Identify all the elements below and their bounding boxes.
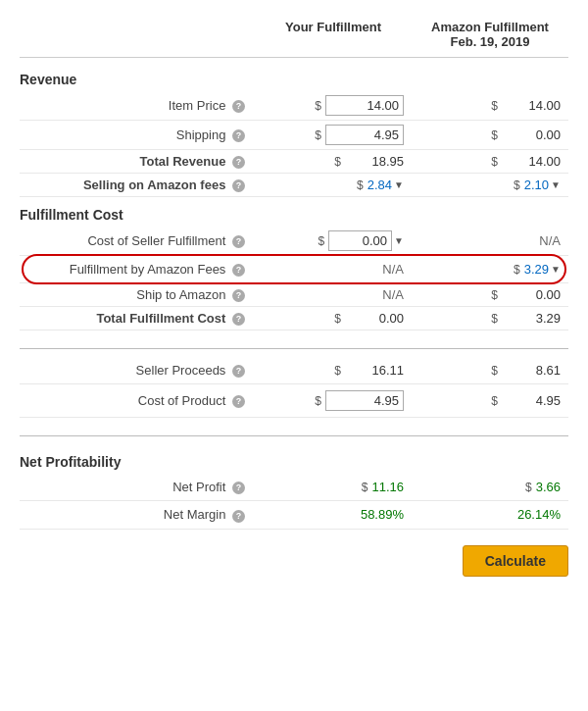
dollar-sign: $ xyxy=(334,312,341,326)
shipping-row: Shipping ? $ $ 0.00 xyxy=(20,121,568,150)
shipping-label: Shipping ? xyxy=(20,127,255,142)
dollar-sign: $ xyxy=(334,364,341,378)
dollar-sign: $ xyxy=(315,99,321,113)
seller-proceeds-label: Seller Proceeds ? xyxy=(20,363,255,378)
seller-proceeds-your-col: $ 16.11 xyxy=(255,363,412,378)
ship-to-amazon-help-icon[interactable]: ? xyxy=(232,289,245,302)
shipping-your-col: $ xyxy=(255,125,412,145)
total-fulfillment-cost-label: Total Fulfillment Cost ? xyxy=(20,311,255,326)
net-margin-your-value: 58.89% xyxy=(361,507,404,522)
cost-of-product-amazon-col: $ 4.95 xyxy=(412,393,568,408)
total-fulfillment-cost-your-col: $ 0.00 xyxy=(255,311,412,326)
cost-seller-fulfillment-label: Cost of Seller Fulfillment ? xyxy=(20,233,255,248)
total-fulfillment-cost-row: Total Fulfillment Cost ? $ 0.00 $ 3.29 xyxy=(20,307,568,330)
ship-to-amazon-amazon-col: $ 0.00 xyxy=(412,287,568,302)
net-profit-amazon-col: $ 3.66 xyxy=(412,480,568,494)
cost-seller-fulfillment-row: Cost of Seller Fulfillment ? $ ▼ N/A xyxy=(20,227,568,256)
cost-of-product-your-input[interactable] xyxy=(325,390,404,411)
footer-row: Calculate xyxy=(20,530,568,577)
cost-of-product-row: Cost of Product ? $ $ 4.95 xyxy=(20,384,568,418)
dollar-sign: $ xyxy=(491,364,498,378)
item-price-help-icon[interactable]: ? xyxy=(232,100,245,113)
cost-seller-fulfillment-your-col: $ ▼ xyxy=(255,230,412,251)
selling-fees-row: Selling on Amazon fees ? $ 2.84 ▼ $ 2.10… xyxy=(20,174,568,197)
fulfillment-cost-section-title: Fulfillment Cost xyxy=(20,197,568,227)
net-margin-amazon-col: 26.14% xyxy=(412,507,568,522)
selling-fees-your-value[interactable]: 2.84 xyxy=(368,178,392,192)
dollar-sign: $ xyxy=(514,178,520,192)
fulfillment-amazon-fees-your-na: N/A xyxy=(345,262,404,277)
seller-proceeds-your-value: 16.11 xyxy=(345,363,404,378)
total-fulfillment-cost-amazon-col: $ 3.29 xyxy=(412,311,568,326)
selling-fees-your-dropdown[interactable]: ▼ xyxy=(394,179,404,190)
fulfillment-amazon-fees-label: Fulfillment by Amazon Fees ? xyxy=(20,262,255,277)
dollar-sign: $ xyxy=(362,481,368,494)
cost-of-product-label: Cost of Product ? xyxy=(20,393,255,408)
net-profitability-section-title: Net Profitability xyxy=(20,444,568,474)
dollar-sign: $ xyxy=(525,481,532,494)
fulfillment-amazon-fees-help-icon[interactable]: ? xyxy=(232,264,245,277)
net-profit-row: Net Profit ? $ 11.16 $ 3.66 xyxy=(20,474,568,501)
total-revenue-amazon-value: 14.00 xyxy=(502,154,561,169)
ship-to-amazon-label: Ship to Amazon ? xyxy=(20,287,255,302)
shipping-help-icon[interactable]: ? xyxy=(232,129,245,142)
net-margin-your-col: 58.89% xyxy=(255,507,412,522)
fulfillment-amazon-fees-amazon-value[interactable]: 3.29 xyxy=(524,262,549,277)
dollar-sign: $ xyxy=(514,263,520,277)
ship-to-amazon-row: Ship to Amazon ? N/A $ 0.00 xyxy=(20,283,568,307)
cost-seller-fulfillment-your-input[interactable] xyxy=(328,230,392,251)
calculate-button[interactable]: Calculate xyxy=(463,545,568,577)
total-fulfillment-cost-help-icon[interactable]: ? xyxy=(232,313,245,326)
shipping-amazon-value: 0.00 xyxy=(502,127,561,142)
cost-of-product-amazon-value: 4.95 xyxy=(502,393,561,408)
net-profit-your-value: 11.16 xyxy=(371,480,404,494)
dollar-sign: $ xyxy=(491,312,498,326)
dollar-sign: $ xyxy=(315,128,321,142)
ship-to-amazon-your-col: N/A xyxy=(255,287,412,302)
net-profit-your-col: $ 11.16 xyxy=(255,480,412,494)
total-revenue-your-col: $ 18.95 xyxy=(255,154,412,169)
dollar-sign: $ xyxy=(491,394,498,408)
divider-1 xyxy=(20,348,568,349)
net-margin-amazon-value: 26.14% xyxy=(517,507,561,522)
dollar-sign: $ xyxy=(491,128,498,142)
dollar-sign: $ xyxy=(491,288,498,302)
cost-seller-fulfillment-amazon-na: N/A xyxy=(502,233,561,248)
dollar-sign: $ xyxy=(315,394,321,408)
dollar-sign: $ xyxy=(491,99,498,113)
shipping-your-input[interactable] xyxy=(325,125,404,145)
fulfillment-amazon-fees-row: Fulfillment by Amazon Fees ? N/A $ 3.29 … xyxy=(20,256,568,283)
shipping-amazon-col: $ 0.00 xyxy=(412,127,568,142)
item-price-label: Item Price ? xyxy=(20,98,255,113)
fulfillment-amazon-fees-amazon-dropdown[interactable]: ▼ xyxy=(551,264,561,275)
net-margin-help-icon[interactable]: ? xyxy=(232,510,245,523)
revenue-section-title: Revenue xyxy=(20,62,568,91)
total-fulfillment-cost-amazon-value: 3.29 xyxy=(502,311,561,326)
selling-fees-amazon-value[interactable]: 2.10 xyxy=(524,178,549,192)
net-profit-amazon-value: 3.66 xyxy=(536,480,561,494)
fulfillment-amazon-fees-amazon-col: $ 3.29 ▼ xyxy=(412,262,568,277)
divider-2 xyxy=(20,435,568,436)
ship-to-amazon-amazon-value: 0.00 xyxy=(502,287,561,302)
cost-seller-fulfillment-dropdown[interactable]: ▼ xyxy=(394,235,404,246)
fulfillment-amazon-fees-your-col: N/A xyxy=(255,262,412,277)
selling-fees-amazon-dropdown[interactable]: ▼ xyxy=(551,179,561,190)
ship-to-amazon-your-na: N/A xyxy=(345,287,404,302)
item-price-your-input[interactable] xyxy=(325,95,404,116)
cost-of-product-help-icon[interactable]: ? xyxy=(232,395,245,408)
seller-proceeds-amazon-col: $ 8.61 xyxy=(412,363,568,378)
selling-fees-help-icon[interactable]: ? xyxy=(232,179,245,192)
dollar-sign: $ xyxy=(357,178,364,192)
cost-seller-fulfillment-help-icon[interactable]: ? xyxy=(232,235,245,248)
dollar-sign: $ xyxy=(334,155,341,169)
seller-proceeds-row: Seller Proceeds ? $ 16.11 $ 8.61 xyxy=(20,357,568,384)
seller-proceeds-help-icon[interactable]: ? xyxy=(232,365,245,378)
item-price-amazon-value: 14.00 xyxy=(502,98,561,113)
net-profit-help-icon[interactable]: ? xyxy=(232,482,245,494)
table-header: Your Fulfillment Amazon Fulfillment Feb.… xyxy=(20,20,568,58)
total-revenue-help-icon[interactable]: ? xyxy=(232,156,245,169)
cost-seller-fulfillment-amazon-col: N/A xyxy=(412,233,568,248)
total-revenue-your-value: 18.95 xyxy=(345,154,404,169)
item-price-your-col: $ xyxy=(255,95,412,116)
total-fulfillment-cost-your-value: 0.00 xyxy=(345,311,404,326)
